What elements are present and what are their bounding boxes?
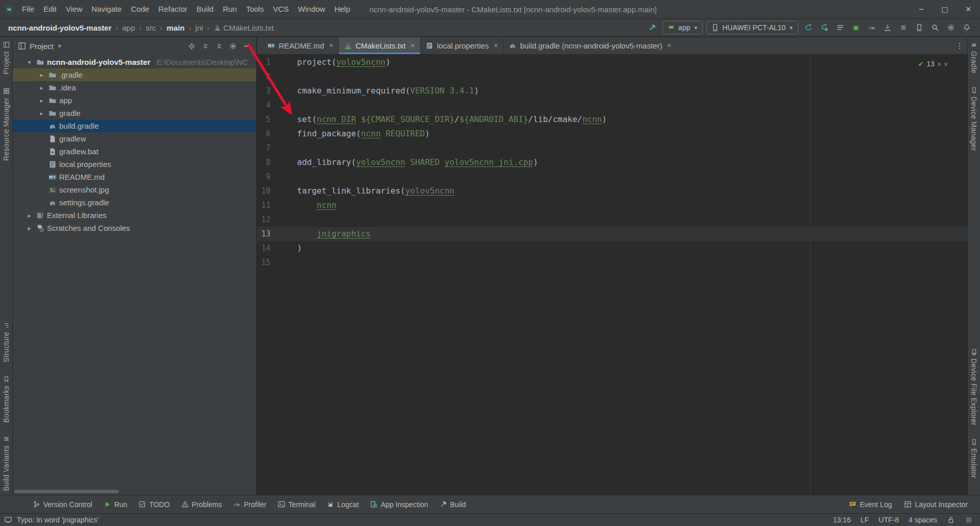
tool-window-button-todo[interactable]: TODO (138, 500, 169, 509)
menu-file[interactable]: File (17, 0, 39, 18)
chevron-right-icon[interactable]: ▸ (37, 97, 46, 104)
debug-button[interactable] (849, 21, 862, 34)
breadcrumb-item-src[interactable]: src (145, 23, 157, 32)
editor-body[interactable]: 1project(yolov5ncnn)23cmake_minimum_requ… (257, 55, 967, 495)
indent-style[interactable]: 4 spaces (909, 516, 937, 524)
profile-button[interactable] (865, 21, 878, 34)
chevron-right-icon[interactable]: ▸ (37, 71, 46, 79)
tree-item-app[interactable]: ▸app (13, 94, 256, 107)
menu-vcs[interactable]: VCS (268, 0, 293, 18)
select-opened-file-button[interactable] (186, 41, 197, 52)
cursor-position[interactable]: 13:16 (833, 516, 851, 524)
file-encoding[interactable]: UTF-8 (878, 516, 899, 524)
menu-run[interactable]: Run (218, 0, 241, 18)
menu-build[interactable]: Build (192, 0, 218, 18)
tree-item-settings-gradle[interactable]: settings.gradle (13, 196, 256, 209)
editor-line-9[interactable]: 9 (257, 170, 967, 184)
chevron-right-icon[interactable]: ▸ (25, 225, 34, 232)
close-tab-icon[interactable]: ✕ (494, 42, 498, 49)
tree-item-local-properties[interactable]: local.properties (13, 158, 256, 171)
editor-line-15[interactable]: 15 (257, 255, 967, 270)
device-select[interactable]: HUAWEI PCT-AL10 ▼ (706, 21, 798, 34)
tool-window-button-build-variants[interactable]: Build Variants (2, 436, 10, 491)
run-configurations-button[interactable] (834, 21, 846, 34)
tool-window-button-project[interactable]: Project (2, 41, 10, 75)
menu-edit[interactable]: Edit (39, 0, 61, 18)
menu-refactor[interactable]: Refactor (154, 0, 192, 18)
chevron-down-icon[interactable]: ▾ (25, 59, 34, 66)
tree-item-ncnn-android-yolov5-master[interactable]: ▾ncnn-android-yolov5-masterE:\Documents\… (13, 56, 256, 68)
tree-item-readme-md[interactable]: README.md (13, 171, 256, 183)
menu-view[interactable]: View (61, 0, 87, 18)
tool-window-button-version-control[interactable]: Version Control (33, 500, 92, 509)
editor-line-13[interactable]: 13 jnigraphics (257, 227, 967, 241)
project-view-select[interactable]: Project ▼ (18, 42, 62, 51)
readonly-lock-icon[interactable] (947, 516, 955, 524)
editor-tab-cmakelists-txt[interactable]: CMakeLists.txt✕ (339, 37, 421, 54)
tool-window-button-build[interactable]: Build (439, 500, 466, 509)
editor-tab-local-properties[interactable]: local.properties✕ (421, 37, 504, 54)
menu-help[interactable]: Help (330, 0, 355, 18)
breadcrumb-item-cmakelists-txt[interactable]: CMakeLists.txt (213, 23, 275, 32)
search-everywhere-button[interactable] (928, 21, 941, 34)
minimize-button[interactable]: ─ (910, 0, 933, 19)
editor-line-8[interactable]: 8add_library(yolov5ncnn SHARED yolov5ncn… (257, 155, 967, 170)
tree-item-idea[interactable]: ▸.idea (13, 81, 256, 94)
tab-options-button[interactable] (952, 37, 967, 54)
run-configuration-select[interactable]: app ▼ (663, 21, 703, 34)
editor-line-5[interactable]: 5set(ncnn_DIR ${CMAKE_SOURCE_DIR}/${ANDR… (257, 112, 967, 127)
run-button[interactable] (802, 21, 815, 34)
editor-line-2[interactable]: 2 (257, 69, 967, 84)
line-separator[interactable]: LF (861, 516, 869, 524)
inspections-widget[interactable]: ✔ 13 ∧ ∨ (918, 60, 948, 68)
apply-changes-button[interactable] (818, 21, 830, 34)
settings-button[interactable] (944, 21, 957, 34)
horizontal-scrollbar[interactable] (14, 490, 119, 493)
expand-all-button[interactable] (200, 41, 211, 52)
close-tab-icon[interactable]: ✕ (329, 42, 333, 49)
tree-item-external-libraries[interactable]: ▸External Libraries (13, 209, 256, 222)
tree-item-gradle[interactable]: ▸.gradle (13, 68, 256, 81)
stop-button[interactable] (897, 21, 910, 34)
close-tab-icon[interactable]: ✕ (667, 42, 671, 49)
tree-item-build-gradle[interactable]: build.gradle (13, 119, 256, 132)
breadcrumb-item-main[interactable]: main (166, 23, 186, 32)
tool-window-button-layout-inspector[interactable]: Layout Inspector (904, 500, 968, 509)
chevron-right-icon[interactable]: ▸ (37, 84, 46, 91)
menu-tools[interactable]: Tools (241, 0, 268, 18)
menu-navigate[interactable]: Navigate (87, 0, 126, 18)
tool-window-button-logcat[interactable]: Logcat (327, 500, 359, 509)
editor-line-10[interactable]: 10target_link_libraries(yolov5ncnn (257, 184, 967, 198)
chevron-right-icon[interactable]: ▸ (25, 212, 34, 219)
collapse-all-button[interactable] (214, 41, 225, 52)
tree-item-gradlew-bat[interactable]: gradlew.bat (13, 145, 256, 158)
close-tab-icon[interactable]: ✕ (410, 42, 415, 49)
tool-window-button-terminal[interactable]: Terminal (278, 500, 315, 509)
panel-settings-button[interactable] (228, 41, 238, 52)
tool-window-button-profiler[interactable]: Profiler (233, 500, 266, 509)
tool-window-button-run[interactable]: Run (104, 500, 128, 509)
editor-line-7[interactable]: 7 (257, 141, 967, 155)
tool-window-button-event-log[interactable]: Event Log (849, 500, 892, 509)
device-manager-button[interactable] (913, 21, 925, 34)
menu-window[interactable]: Window (293, 0, 330, 18)
tool-window-switcher-icon[interactable] (4, 516, 12, 524)
hide-panel-button[interactable] (241, 41, 252, 52)
chevron-right-icon[interactable]: ▸ (37, 110, 46, 117)
editor-line-11[interactable]: 11 ncnn (257, 198, 967, 212)
attach-debugger-button[interactable] (881, 21, 894, 34)
breadcrumb-item-jni[interactable]: jni (194, 23, 204, 32)
maximize-button[interactable]: ▢ (933, 0, 957, 19)
editor-line-6[interactable]: 6find_package(ncnn REQUIRED) (257, 127, 967, 141)
tree-item-gradlew[interactable]: gradlew (13, 132, 256, 145)
tool-window-button-emulator[interactable]: Emulator (970, 439, 978, 478)
build-project-button[interactable] (646, 21, 659, 34)
tool-window-button-device-file-explorer[interactable]: Device File Explorer (970, 349, 978, 425)
breadcrumb-item-ncnn-android-yolov5-master[interactable]: ncnn-android-yolov5-master (7, 23, 113, 32)
tree-item-screenshot-jpg[interactable]: screenshot.jpg (13, 183, 256, 196)
tool-window-button-app-inspection[interactable]: App Inspection (370, 500, 428, 509)
editor-line-3[interactable]: 3cmake_minimum_required(VERSION 3.4.1) (257, 84, 967, 98)
next-problem-icon[interactable]: ∨ (944, 61, 948, 67)
editor-line-12[interactable]: 12 (257, 212, 967, 227)
editor-tab-readme-md[interactable]: README.md✕ (262, 37, 339, 54)
